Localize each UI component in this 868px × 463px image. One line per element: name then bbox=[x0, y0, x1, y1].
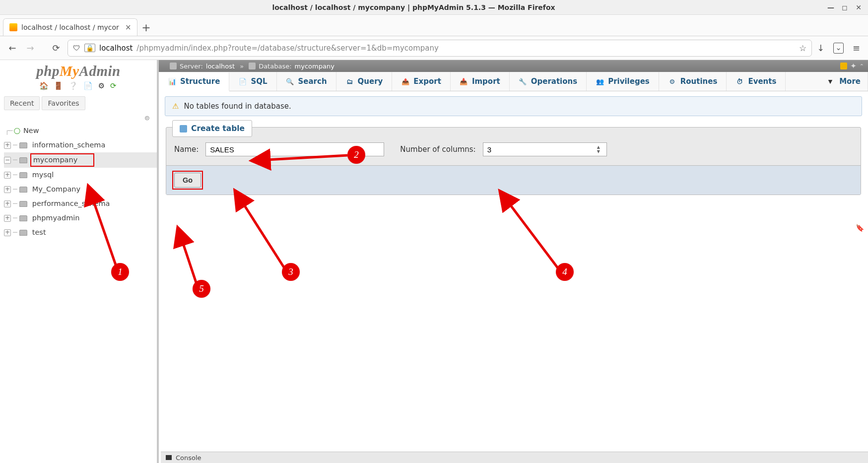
create-table-panel: Create table Name: Number of columns: ▲▼… bbox=[166, 127, 861, 195]
tree-db-mycompany[interactable]: − ─ mycompany bbox=[4, 152, 157, 168]
tab-routines[interactable]: ⚙︎Routines bbox=[659, 72, 727, 91]
sql-icon[interactable]: 📄 bbox=[83, 81, 94, 90]
pma-console[interactable]: Console bbox=[161, 452, 868, 463]
create-table-legend: Create table bbox=[172, 120, 252, 137]
new-tab-button[interactable]: + bbox=[137, 19, 154, 36]
phpmyadmin-favicon-icon bbox=[9, 23, 17, 31]
tab-events[interactable]: ⏱Events bbox=[727, 72, 786, 91]
url-path: /phpmyadmin/index.php?route=/database/st… bbox=[136, 44, 439, 53]
tab-operations[interactable]: 🔧Operations bbox=[510, 72, 587, 91]
database-icon bbox=[19, 230, 27, 236]
operations-icon: 🔧 bbox=[519, 77, 527, 86]
privileges-icon: 👥 bbox=[596, 77, 604, 86]
pma-quicklinks: 🏠 🚪 ❔ 📄 ⚙ ⟳ bbox=[0, 79, 157, 94]
browser-tabbar: localhost / localhost / mycor × + bbox=[0, 15, 868, 36]
url-bar[interactable]: 🛡 🔒 localhost/phpmyadmin/index.php?route… bbox=[67, 40, 812, 57]
tree-db-mysql[interactable]: + ─ mysql bbox=[4, 168, 157, 182]
tree-new[interactable]: ┌─ ◯ New bbox=[4, 124, 157, 138]
new-db-label: New bbox=[21, 125, 41, 137]
favorites-tab[interactable]: Favorites bbox=[42, 96, 85, 110]
bookmark-star-icon[interactable]: ☆ bbox=[799, 43, 806, 53]
expand-toggle[interactable]: + bbox=[4, 172, 11, 179]
tab-sql[interactable]: 📄SQL bbox=[229, 72, 276, 91]
settings-icon[interactable]: ⚙ bbox=[98, 81, 106, 90]
browser-tab[interactable]: localhost / localhost / mycor × bbox=[3, 18, 137, 36]
server-label: Server: bbox=[180, 63, 203, 70]
lock-insecure-icon: 🔒 bbox=[84, 44, 95, 52]
window-close-button[interactable]: ✕ bbox=[855, 4, 862, 11]
downloads-icon[interactable]: ↓ bbox=[817, 43, 824, 53]
collapse-toggle[interactable]: − bbox=[4, 157, 11, 164]
window-maximize-button[interactable]: ◻ bbox=[841, 4, 848, 11]
tab-export[interactable]: 📤Export bbox=[392, 72, 451, 91]
tab-close-button[interactable]: × bbox=[125, 23, 132, 32]
logout-icon[interactable]: 🚪 bbox=[54, 81, 65, 90]
events-icon: ⏱ bbox=[735, 77, 744, 86]
menu-icon[interactable]: ≡ bbox=[853, 43, 860, 53]
create-table-icon bbox=[180, 125, 187, 132]
tab-structure[interactable]: 📊Structure bbox=[159, 72, 229, 91]
content-area: phpMyAdmin 🏠 🚪 ❔ 📄 ⚙ ⟳ Recent Favorites … bbox=[0, 60, 868, 463]
expand-toggle[interactable]: + bbox=[4, 142, 11, 149]
go-button[interactable]: Go bbox=[174, 173, 201, 188]
name-label: Name: bbox=[174, 145, 199, 154]
window-title: localhost / localhost / mycompany | phpM… bbox=[0, 3, 827, 11]
lock-icon[interactable] bbox=[840, 63, 847, 69]
go-button-highlight: Go bbox=[172, 171, 203, 190]
recent-tab[interactable]: Recent bbox=[4, 96, 40, 110]
tree-db-phpmyadmin[interactable]: + ─ phpmyadmin bbox=[4, 211, 157, 225]
columns-label: Number of columns: bbox=[400, 145, 475, 154]
bookmark-page-icon[interactable]: 🔖 bbox=[856, 224, 864, 232]
reload-nav-icon[interactable]: ⟳ bbox=[110, 81, 118, 90]
tab-query[interactable]: 🗂Query bbox=[336, 72, 393, 91]
tree-db-performance_schema[interactable]: + ─ performance_schema bbox=[4, 197, 157, 211]
database-label: Database: bbox=[259, 63, 291, 70]
spinner-icon[interactable]: ▲▼ bbox=[597, 144, 605, 154]
database-icon bbox=[19, 201, 27, 207]
console-icon bbox=[166, 455, 172, 460]
database-icon bbox=[19, 142, 27, 148]
expand-toggle[interactable]: + bbox=[4, 186, 11, 193]
tab-more[interactable]: ▼More bbox=[821, 72, 868, 91]
query-icon: 🗂 bbox=[345, 77, 354, 86]
sql-tab-icon: 📄 bbox=[238, 77, 247, 86]
import-icon: 📥 bbox=[460, 77, 468, 86]
database-icon bbox=[19, 215, 27, 221]
collapse-tree-icon[interactable]: ⊜ bbox=[0, 112, 157, 123]
search-icon: 🔍 bbox=[286, 77, 294, 86]
more-triangle-icon: ▼ bbox=[828, 78, 832, 85]
page-settings-icon[interactable]: ✦ bbox=[850, 62, 857, 70]
home-icon[interactable]: 🏠 bbox=[39, 81, 50, 90]
tree-db-information_schema[interactable]: + ─ information_schema bbox=[4, 138, 157, 152]
expand-toggle[interactable]: + bbox=[4, 229, 11, 236]
db-tree: ┌─ ◯ New + ─ information_schema − ─ myco… bbox=[0, 123, 157, 240]
reload-button[interactable]: ⟳ bbox=[50, 42, 63, 55]
recent-favorites-tabs: Recent Favorites bbox=[0, 94, 157, 112]
table-name-input[interactable] bbox=[205, 142, 384, 156]
tab-search[interactable]: 🔍Search bbox=[277, 72, 336, 91]
tab-privileges[interactable]: 👥Privileges bbox=[587, 72, 659, 91]
collapse-top-icon[interactable]: ⌃ bbox=[860, 63, 864, 69]
server-icon bbox=[170, 63, 177, 69]
pocket-icon[interactable]: ⌄ bbox=[833, 43, 844, 54]
routines-icon: ⚙︎ bbox=[668, 77, 676, 86]
docs-icon[interactable]: ❔ bbox=[68, 81, 79, 90]
pma-logo[interactable]: phpMyAdmin bbox=[0, 60, 157, 79]
tree-db-test[interactable]: + ─ test bbox=[4, 225, 157, 240]
database-breadcrumb-icon bbox=[249, 63, 256, 69]
tab-import[interactable]: 📥Import bbox=[451, 72, 510, 91]
server-link[interactable]: localhost bbox=[206, 63, 235, 70]
expand-toggle[interactable]: + bbox=[4, 215, 11, 222]
pma-main: ◂ Server: localhost » Database: mycompan… bbox=[159, 60, 868, 463]
back-button[interactable]: ← bbox=[6, 42, 19, 55]
tree-db-my_company[interactable]: + ─ My_Company bbox=[4, 182, 157, 197]
expand-toggle[interactable]: + bbox=[4, 200, 11, 207]
database-link[interactable]: mycompany bbox=[295, 63, 334, 70]
window-minimize-button[interactable]: — bbox=[827, 4, 834, 11]
pma-breadcrumb: Server: localhost » Database: mycompany … bbox=[159, 60, 868, 72]
os-titlebar: localhost / localhost / mycompany | phpM… bbox=[0, 0, 868, 15]
forward-button[interactable]: → bbox=[24, 42, 37, 55]
warning-icon: ⚠ bbox=[172, 102, 179, 111]
columns-count-input[interactable] bbox=[483, 142, 607, 156]
database-icon bbox=[19, 172, 27, 178]
